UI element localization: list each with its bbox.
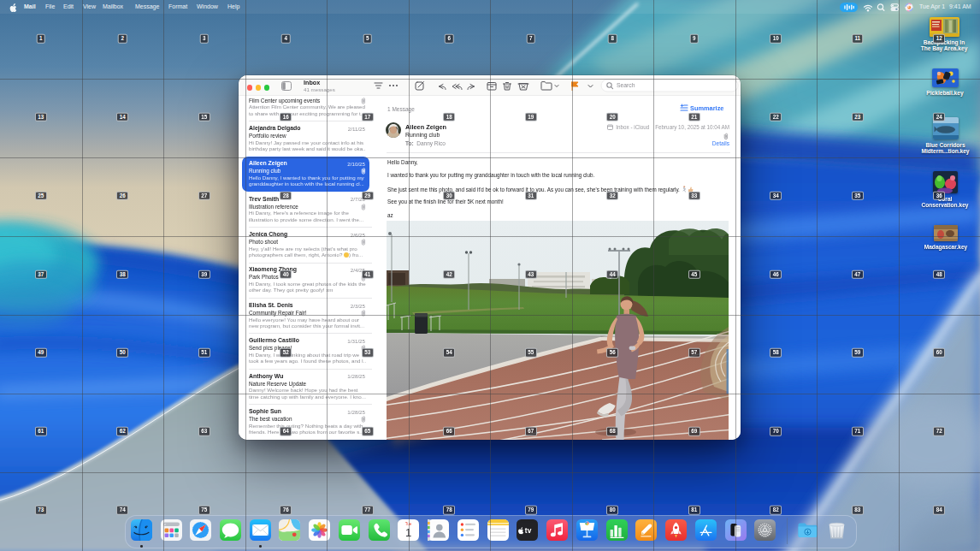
svg-text:tv: tv (525, 526, 532, 535)
svg-text:Search: Search (617, 82, 635, 88)
svg-text:Summarize: Summarize (690, 104, 723, 112)
